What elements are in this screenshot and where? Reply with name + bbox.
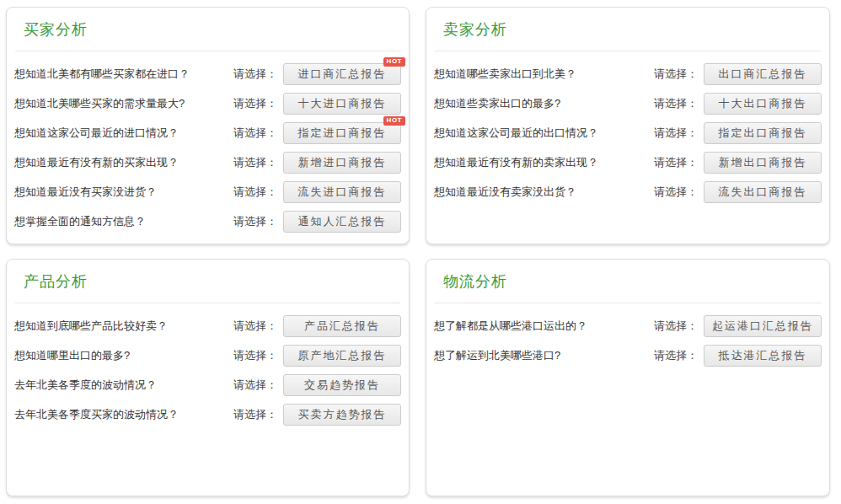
report-button-logistics-1[interactable]: 抵达港汇总报告	[704, 345, 822, 367]
please-select-label: 请选择：	[233, 155, 277, 170]
question-text: 想知道最近没有卖家没出货？	[434, 185, 654, 200]
please-select-label: 请选择：	[233, 378, 277, 393]
panel-buyer: 买家分析想知道北美都有哪些买家都在进口？请选择：进口商汇总报告HOT想知道北美哪…	[6, 7, 410, 244]
please-select-label: 请选择：	[233, 214, 277, 229]
report-button-logistics-0[interactable]: 起运港口汇总报告	[704, 315, 822, 337]
report-row: 想知道哪里出口的最多?请选择：原产地汇总报告	[14, 340, 401, 370]
please-select-label: 请选择：	[654, 67, 698, 82]
question-text: 想知道最近有没有新的卖家出现？	[434, 155, 654, 170]
report-button-buyer-3[interactable]: 新增进口商报告	[283, 152, 401, 174]
report-row: 想了解都是从哪些港口运出的？请选择：起运港口汇总报告	[434, 311, 822, 340]
please-select-label: 请选择：	[233, 96, 277, 111]
panel-divider	[435, 51, 821, 51]
question-text: 想知道北美哪些买家的需求量最大?	[14, 96, 233, 111]
question-text: 想知道北美都有哪些买家都在进口？	[14, 67, 233, 82]
panel-seller: 卖家分析想知道哪些卖家出口到北美？请选择：出口商汇总报告想知道些卖家出口的最多?…	[426, 7, 830, 244]
report-button-seller-0[interactable]: 出口商汇总报告	[704, 63, 822, 85]
report-row-list: 想知道哪些卖家出口到北美？请选择：出口商汇总报告想知道些卖家出口的最多?请选择：…	[434, 59, 822, 206]
report-button-seller-1[interactable]: 十大出口商报告	[704, 93, 822, 115]
panel-divider	[15, 303, 400, 303]
report-row-list: 想知道到底哪些产品比较好卖？请选择：产品汇总报告想知道哪里出口的最多?请选择：原…	[14, 311, 401, 429]
report-row: 想知道北美都有哪些买家都在进口？请选择：进口商汇总报告HOT	[14, 59, 401, 88]
report-row-list: 想了解都是从哪些港口运出的？请选择：起运港口汇总报告想了解运到北美哪些港口?请选…	[434, 311, 822, 370]
report-row: 想掌握全面的通知方信息？请选择：通知人汇总报告	[14, 206, 401, 236]
please-select-label: 请选择：	[233, 348, 277, 363]
panel-product: 产品分析想知道到底哪些产品比较好卖？请选择：产品汇总报告想知道哪里出口的最多?请…	[6, 259, 410, 496]
hot-badge: HOT	[383, 116, 405, 126]
hot-badge: HOT	[383, 57, 405, 67]
question-text: 想知道最近没有买家没进货？	[14, 185, 233, 200]
question-text: 想了解都是从哪些港口运出的？	[434, 319, 654, 334]
question-text: 想知道些卖家出口的最多?	[434, 96, 654, 111]
report-row: 想知道这家公司最近的进口情况？请选择：指定进口商报告HOT	[14, 118, 401, 147]
report-button-product-0[interactable]: 产品汇总报告	[283, 315, 401, 337]
question-text: 想知道哪些卖家出口到北美？	[434, 67, 654, 82]
please-select-label: 请选择：	[233, 185, 277, 200]
report-button-seller-3[interactable]: 新增出口商报告	[704, 152, 822, 174]
report-button-product-2[interactable]: 交易趋势报告	[283, 374, 401, 396]
panel-logistics: 物流分析想了解都是从哪些港口运出的？请选择：起运港口汇总报告想了解运到北美哪些港…	[426, 259, 830, 496]
report-row: 想知道哪些卖家出口到北美？请选择：出口商汇总报告	[434, 59, 822, 88]
report-row: 想知道些卖家出口的最多?请选择：十大出口商报告	[434, 88, 822, 118]
please-select-label: 请选择：	[654, 319, 698, 334]
please-select-label: 请选择：	[654, 96, 698, 111]
report-row: 想知道北美哪些买家的需求量最大?请选择：十大进口商报告	[14, 88, 401, 118]
report-button-product-1[interactable]: 原产地汇总报告	[283, 345, 401, 367]
question-text: 想知道到底哪些产品比较好卖？	[14, 319, 233, 334]
please-select-label: 请选择：	[654, 155, 698, 170]
question-text: 想掌握全面的通知方信息？	[14, 214, 233, 229]
report-button-buyer-5[interactable]: 通知人汇总报告	[283, 211, 401, 233]
please-select-label: 请选择：	[233, 67, 277, 82]
analysis-grid: 买家分析想知道北美都有哪些买家都在进口？请选择：进口商汇总报告HOT想知道北美哪…	[0, 0, 841, 504]
report-button-buyer-1[interactable]: 十大进口商报告	[283, 93, 401, 115]
report-row: 想知道最近没有卖家没出货？请选择：流失出口商报告	[434, 177, 822, 206]
question-text: 去年北美各季度的波动情况？	[14, 378, 233, 393]
report-button-buyer-0[interactable]: 进口商汇总报告HOT	[283, 63, 401, 85]
please-select-label: 请选择：	[654, 348, 698, 363]
report-row: 想知道到底哪些产品比较好卖？请选择：产品汇总报告	[14, 311, 401, 340]
question-text: 想知道哪里出口的最多?	[14, 348, 233, 363]
report-button-buyer-4[interactable]: 流失进口商报告	[283, 181, 401, 203]
report-row: 想知道这家公司最近的出口情况？请选择：指定出口商报告	[434, 118, 822, 147]
panel-title-seller: 卖家分析	[443, 19, 829, 40]
report-row: 想了解运到北美哪些港口?请选择：抵达港汇总报告	[434, 340, 822, 370]
report-row: 想知道最近有没有新的卖家出现？请选择：新增出口商报告	[434, 147, 822, 177]
panel-divider	[435, 303, 821, 303]
panel-title-logistics: 物流分析	[443, 271, 829, 292]
please-select-label: 请选择：	[233, 319, 277, 334]
question-text: 想知道这家公司最近的出口情况？	[434, 126, 654, 141]
please-select-label: 请选择：	[233, 407, 277, 422]
report-button-product-3[interactable]: 买卖方趋势报告	[283, 404, 401, 426]
please-select-label: 请选择：	[654, 185, 698, 200]
question-text: 去年北美各季度买家的波动情况？	[14, 407, 233, 422]
report-button-seller-2[interactable]: 指定出口商报告	[704, 122, 822, 144]
panel-title-buyer: 买家分析	[24, 19, 409, 40]
panel-divider	[15, 51, 400, 51]
report-row: 去年北美各季度买家的波动情况？请选择：买卖方趋势报告	[14, 399, 401, 429]
report-row: 想知道最近没有买家没进货？请选择：流失进口商报告	[14, 177, 401, 206]
question-text: 想知道最近有没有新的买家出现？	[14, 155, 233, 170]
report-row-list: 想知道北美都有哪些买家都在进口？请选择：进口商汇总报告HOT想知道北美哪些买家的…	[14, 59, 401, 236]
report-row: 去年北美各季度的波动情况？请选择：交易趋势报告	[14, 370, 401, 399]
report-row: 想知道最近有没有新的买家出现？请选择：新增进口商报告	[14, 147, 401, 177]
question-text: 想了解运到北美哪些港口?	[434, 348, 654, 363]
please-select-label: 请选择：	[654, 126, 698, 141]
report-button-seller-4[interactable]: 流失出口商报告	[704, 181, 822, 203]
report-button-buyer-2[interactable]: 指定进口商报告HOT	[283, 122, 401, 144]
please-select-label: 请选择：	[233, 126, 277, 141]
question-text: 想知道这家公司最近的进口情况？	[14, 126, 233, 141]
panel-title-product: 产品分析	[24, 271, 409, 292]
